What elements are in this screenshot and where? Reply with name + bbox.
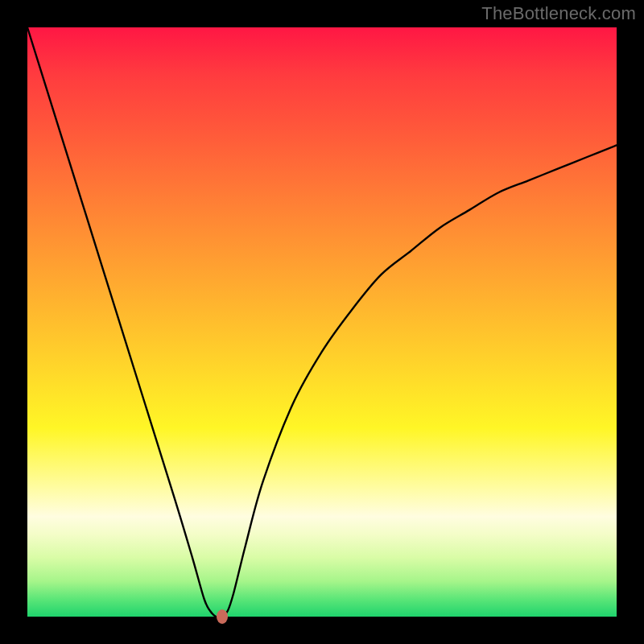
minimum-marker (217, 609, 228, 624)
bottleneck-curve (27, 27, 617, 617)
watermark-text: TheBottleneck.com (481, 3, 636, 24)
plot-area (27, 27, 617, 617)
chart-frame: TheBottleneck.com (0, 0, 644, 644)
